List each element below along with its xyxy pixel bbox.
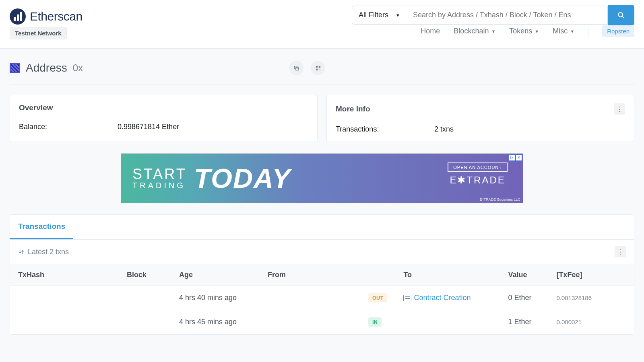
copy-button[interactable] [289,61,303,75]
table-row: 4 hrs 45 mins agoIN1 Ether0.000021 [10,310,634,334]
cell-fee: 0.000021 [548,310,634,334]
cell-block[interactable] [119,286,171,310]
cell-to: Contract Creation [395,286,500,310]
th-block: Block [119,264,171,286]
cell-fee: 0.001328186 [548,286,634,310]
overview-title: Overview [19,103,53,112]
network-badge[interactable]: Ropsten [602,25,634,37]
nav-home[interactable]: Home [421,27,440,35]
th-from: From [260,264,360,286]
cell-hash[interactable] [10,310,119,334]
tx-menu[interactable]: ⋮ [615,246,626,257]
cell-block[interactable] [119,310,171,334]
search-input[interactable] [407,6,608,25]
balance-value: 0.998671814 Ether [118,123,179,131]
th-fee: [TxFee] [548,264,634,286]
ad-cta: OPEN AN ACCOUNT [448,162,508,172]
tab-transactions[interactable]: Transactions [10,215,73,239]
svg-line-1 [622,16,624,18]
ad-choices-icon[interactable]: ▷✕ [509,154,522,161]
logo[interactable]: Etherscan [10,8,83,25]
ad-banner[interactable]: ▷✕ STARTTRADING TODAY OPEN AN ACCOUNT E✱… [121,153,523,203]
logo-icon [10,8,26,25]
svg-rect-4 [316,66,317,67]
chevron-down-icon: ▼ [570,29,574,34]
copy-icon [293,65,299,71]
nav-tokens[interactable]: Tokens▼ [509,27,539,35]
more-info-card: More Info ⋮ Transactions: 2 txns [326,95,634,142]
to-link[interactable]: Contract Creation [414,294,471,302]
table-row: 4 hrs 40 mins agoOUTContract Creation0 E… [10,286,634,310]
th-value: Value [500,264,548,286]
cell-age: 4 hrs 40 mins ago [171,286,260,310]
cell-value: 0 Ether [500,286,548,310]
qr-icon [315,65,321,71]
chevron-down-icon: ▼ [535,29,539,34]
page-title: Address [26,62,67,74]
cell-from[interactable] [260,310,360,334]
search-icon [617,12,625,19]
cell-hash[interactable] [10,286,119,310]
th-dir [360,264,395,286]
svg-rect-6 [316,68,317,70]
address-value: 0x [73,62,83,74]
search-button[interactable] [608,5,634,25]
direction-badge: OUT [368,293,387,302]
sort-label: Latest 2 txns [28,248,69,256]
testnet-badge: Testnet Network [10,27,67,39]
tx-count-value: 2 txns [434,125,454,134]
kebab-icon: ⋮ [617,248,623,256]
cell-to [395,310,500,334]
nav-divider [588,27,588,36]
cell-from[interactable] [260,286,360,310]
ad-brand: E✱TRADE [448,175,508,186]
cell-value: 1 Ether [500,310,548,334]
overview-card: Overview Balance: 0.998671814 Ether [10,95,318,142]
direction-badge: IN [368,317,382,327]
th-age: Age [171,264,260,286]
address-identicon [10,63,20,73]
svg-rect-5 [318,66,320,67]
chevron-down-icon: ▼ [396,13,400,18]
nav-blockchain[interactable]: Blockchain▼ [454,27,495,35]
chevron-down-icon: ▼ [491,29,495,34]
kebab-icon: ⋮ [616,105,623,113]
more-info-menu[interactable]: ⋮ [614,103,625,115]
th-to: To [395,264,500,286]
search-filter-dropdown[interactable]: All Filters ▼ [352,6,407,25]
filter-label: All Filters [359,11,388,19]
more-info-title: More Info [336,105,370,113]
nav-misc[interactable]: Misc▼ [553,27,574,35]
tx-table: TxHash Block Age From To Value [TxFee] 4… [10,264,634,334]
contract-icon [403,295,411,301]
cell-dir: IN [360,310,395,334]
th-txhash: TxHash [10,264,119,286]
cell-dir: OUT [360,286,395,310]
logo-text: Etherscan [30,10,83,23]
svg-point-0 [618,12,623,17]
qr-button[interactable] [311,61,325,75]
cell-age: 4 hrs 45 mins ago [171,310,260,334]
svg-rect-8 [320,70,320,70]
sort-icon [18,249,25,255]
svg-rect-7 [318,68,319,69]
balance-label: Balance: [19,123,118,131]
tx-count-label: Transactions: [336,125,434,134]
